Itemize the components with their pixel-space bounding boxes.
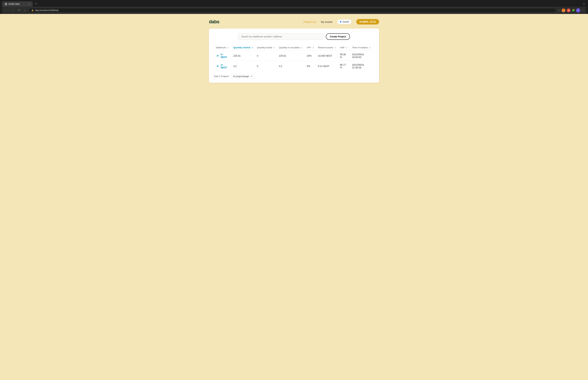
refresh-button[interactable]: ↻ <box>17 8 21 12</box>
logo-text: dabs <box>209 19 219 24</box>
tab-bar: DABS Web × + ▾ <box>2 1 586 7</box>
cell-aar-1: 88.77 % <box>338 61 350 72</box>
col-aar-label: AAR <box>340 46 344 49</box>
per-page-select[interactable]: 10 projects/page20 projects/page50 proje… <box>231 74 254 78</box>
col-time-label: Time of creation <box>352 46 368 49</box>
coin-icon-1: ✕ <box>216 64 219 68</box>
create-project-button[interactable]: Create Project <box>326 33 350 40</box>
cell-qty-circ-1: 0.2 <box>277 61 305 72</box>
address-bar[interactable]: 🔒 http://localhost:3000/#/p <box>28 8 556 13</box>
projects-table: Stablecoin ⇅ Quantity minted ⇅ Quantity … <box>214 45 374 71</box>
table-row: ✕ U-NEST 225.61 0 225.61 20% 10,000 NEST… <box>214 51 374 61</box>
search-input[interactable] <box>238 33 323 40</box>
app-logo: dabs <box>209 19 219 24</box>
table-body: ✕ U-NEST 225.61 0 225.61 20% 10,000 NEST… <box>214 51 374 72</box>
wallet-button[interactable]: 0x3B00...1C10 <box>356 19 379 24</box>
cell-stablecoin-1[interactable]: ✕ U-NEST <box>214 61 231 72</box>
col-time-creation[interactable]: Time of creation ⇅ <box>350 45 374 51</box>
bookmark-button[interactable]: ☆ <box>558 9 560 12</box>
header-nav: Project List My Assets Goerli 0x3B00...1… <box>303 19 379 24</box>
stablecoin-name-1: U-NEST <box>221 63 229 69</box>
col-aar[interactable]: AAR ⇅ <box>338 45 350 51</box>
tab-close-button[interactable]: × <box>29 3 30 5</box>
col-stablecoin-label: Stablecoin <box>216 46 226 49</box>
col-quantity-circulation[interactable]: Quantity in circulation ⇅ <box>277 45 305 51</box>
total-projects: Total 2 Projects <box>214 75 229 77</box>
network-dot <box>340 21 341 23</box>
cell-qty-circ-0: 225.61 <box>277 51 305 61</box>
sort-qty-circ-icon: ⇅ <box>301 47 303 49</box>
table-row: ✕ U-NEST 0.2 0 0.2 5% 8.12 NEST 88.77 % … <box>214 61 374 72</box>
col-stablecoin[interactable]: Stablecoin ⇅ <box>214 45 231 51</box>
menu-button[interactable]: ⋮ <box>582 9 584 12</box>
profile-button[interactable] <box>576 8 580 12</box>
search-row: Create Project <box>214 33 374 40</box>
sort-reserve-icon: ⇅ <box>335 47 336 49</box>
cell-reserve-1: 8.12 NEST <box>316 61 338 72</box>
window-controls: ▾ <box>583 3 586 5</box>
cell-qty-locked-1: 0 <box>255 61 277 72</box>
sort-stablecoin-icon: ⇅ <box>227 47 229 49</box>
back-button[interactable]: ← <box>4 8 9 12</box>
cell-time-0: 2022/09/24 16:50:00 <box>350 51 374 61</box>
col-quantity-minted[interactable]: Quantity minted ⇅ <box>231 45 255 51</box>
nav-bar: ← → ↻ ⌂ 🔒 http://localhost:3000/#/p ☆ 🦊 … <box>2 7 586 14</box>
sort-apy-icon: ⇅ <box>313 47 314 49</box>
col-reserve-label: Reserve assets <box>318 46 333 49</box>
my-assets-link[interactable]: My Assets <box>321 20 332 23</box>
page-content: dabs Project List My Assets Goerli 0x3B0… <box>0 14 588 380</box>
app-header: dabs Project List My Assets Goerli 0x3B0… <box>209 19 379 24</box>
url-text: http://localhost:3000/#/p <box>35 9 58 12</box>
lock-icon: 🔒 <box>31 9 34 11</box>
col-quantity-locked[interactable]: Quantity locked ⇅ <box>255 45 277 51</box>
extension-red[interactable]: ● <box>567 8 570 12</box>
cell-aar-0: 95.96 % <box>338 51 350 61</box>
browser-chrome: DABS Web × + ▾ ← → ↻ ⌂ 🔒 http://localhos… <box>0 0 588 14</box>
sort-time-icon: ⇅ <box>369 47 370 49</box>
table-header: Stablecoin ⇅ Quantity minted ⇅ Quantity … <box>214 45 374 51</box>
nav-actions: ☆ 🦊 ● 🧩 ⋮ <box>558 8 584 12</box>
forward-button[interactable]: → <box>11 8 15 12</box>
extensions-button[interactable]: 🧩 <box>572 9 575 12</box>
col-apy-label: APY <box>307 46 311 49</box>
col-qty-minted-label: Quantity minted <box>233 46 250 49</box>
col-qty-locked-label: Quantity locked <box>257 46 272 49</box>
sort-qty-minted-icon: ⇅ <box>251 47 253 49</box>
cell-time-1: 2022/09/24 22:36:36 <box>350 61 374 72</box>
coin-icon-0: ✕ <box>216 54 219 58</box>
col-reserve-assets[interactable]: Reserve assets ⇅ <box>316 45 338 51</box>
cell-qty-minted-1: 0.2 <box>231 61 255 72</box>
cell-apy-1: 5% <box>305 61 316 72</box>
sort-qty-locked-icon: ⇅ <box>273 47 275 49</box>
project-list-link[interactable]: Project List <box>303 20 316 23</box>
tab-favicon <box>5 3 7 5</box>
cell-qty-locked-0: 0 <box>255 51 277 61</box>
tab-title: DABS Web <box>8 3 20 5</box>
metamask-extension[interactable]: 🦊 <box>562 8 565 12</box>
main-card: Create Project Stablecoin ⇅ Quantity min… <box>209 29 379 83</box>
stablecoin-name-0: U-NEST <box>221 53 229 58</box>
cell-reserve-0: 10,000 NEST <box>316 51 338 61</box>
table-footer: Total 2 Projects 10 projects/page20 proj… <box>214 74 374 78</box>
cell-apy-0: 20% <box>305 51 316 61</box>
new-tab-button[interactable]: + <box>34 1 38 6</box>
cell-stablecoin-0[interactable]: ✕ U-NEST <box>214 51 231 61</box>
network-label: Goerli <box>342 20 349 23</box>
avatar-icon <box>576 8 580 12</box>
col-qty-circ-label: Quantity in circulation <box>279 46 300 49</box>
network-badge[interactable]: Goerli <box>337 19 351 24</box>
active-tab[interactable]: DABS Web × <box>2 1 33 7</box>
home-button[interactable]: ⌂ <box>23 8 27 12</box>
cell-qty-minted-0: 225.61 <box>231 51 255 61</box>
sort-aar-icon: ⇅ <box>346 47 347 49</box>
col-apy[interactable]: APY ⇅ <box>305 45 316 51</box>
